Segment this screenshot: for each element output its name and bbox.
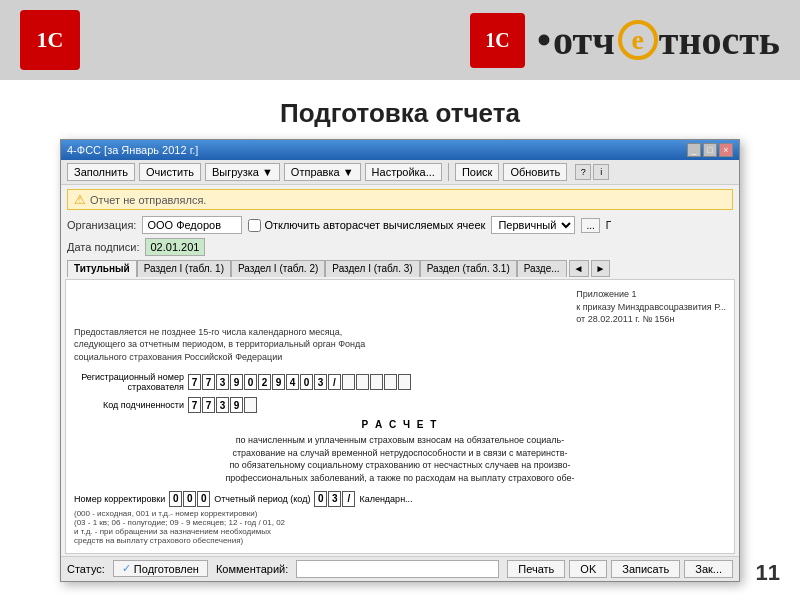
corr-cell-0: 0 bbox=[169, 491, 182, 507]
reg-cell-8: 0 bbox=[300, 374, 313, 390]
calc-text-1: по начисленным и уплаченным страховым вз… bbox=[74, 434, 726, 447]
search-button[interactable]: Поиск bbox=[455, 163, 499, 181]
fill-button[interactable]: Заполнить bbox=[67, 163, 135, 181]
reg-cell-3: 9 bbox=[230, 374, 243, 390]
tab-section1-1[interactable]: Раздел I (табл. 1) bbox=[137, 260, 231, 277]
checkbox-text: Отключить авторасчет вычисляемых ячеек bbox=[264, 219, 485, 231]
tab-section1-2[interactable]: Раздел I (табл. 2) bbox=[231, 260, 325, 277]
correction-cells: 0 0 0 bbox=[169, 491, 210, 507]
status-label: Статус: bbox=[67, 563, 105, 575]
reg-number-row: Регистрационный номер страхователя 7 7 3… bbox=[74, 372, 726, 394]
minimize-button[interactable]: _ bbox=[687, 143, 701, 157]
window-controls[interactable]: _ □ × bbox=[687, 143, 733, 157]
calendar-label: Календарн... bbox=[359, 494, 412, 504]
reg-cell-11 bbox=[342, 374, 355, 390]
action-buttons: Печать OK Записать Зак... bbox=[507, 560, 733, 578]
calc-text-4: профессиональных заболеваний, а также по… bbox=[74, 472, 726, 485]
checkbox-label: Отключить авторасчет вычисляемых ячеек bbox=[248, 219, 485, 232]
reg-number-label: Регистрационный номер страхователя bbox=[74, 372, 184, 394]
page-title-area: Подготовка отчета bbox=[0, 80, 800, 139]
reg-cell-1: 7 bbox=[202, 374, 215, 390]
reg-cell-4: 0 bbox=[244, 374, 257, 390]
toolbar-icons: ? i bbox=[575, 164, 609, 180]
logo-text: • отч е тность bbox=[537, 17, 780, 64]
reg-cell-13 bbox=[370, 374, 383, 390]
date-label: Дата подписи: bbox=[67, 241, 139, 253]
note-text2: (03 - 1 кв; 06 - полугодие; 09 - 9 месяц… bbox=[74, 518, 726, 545]
doc-intro: Предоставляется не позднее 15-го числа к… bbox=[74, 326, 374, 364]
date-input[interactable] bbox=[145, 238, 205, 256]
settings-button[interactable]: Настройка... bbox=[365, 163, 442, 181]
page-number: 11 bbox=[756, 560, 780, 586]
tab-bar: Титульный Раздел I (табл. 1) Раздел I (т… bbox=[61, 258, 739, 277]
send-button[interactable]: Отправка ▼ bbox=[284, 163, 361, 181]
status-value-button[interactable]: ✓ Подготовлен bbox=[113, 560, 208, 577]
subordination-label: Код подчиненности bbox=[74, 400, 184, 411]
ok-button[interactable]: OK bbox=[569, 560, 607, 578]
logo-e-circle: е bbox=[618, 20, 658, 60]
period-cell-2: / bbox=[342, 491, 355, 507]
logo-right-1c-icon: 1С bbox=[470, 13, 525, 68]
close-action-button[interactable]: Зак... bbox=[684, 560, 733, 578]
report-window: 4-ФСС [за Январь 2012 г.] _ □ × Заполнит… bbox=[60, 139, 740, 582]
header: 1С 1С • отч е тность bbox=[0, 0, 800, 80]
check-icon: ✓ bbox=[122, 562, 131, 575]
comment-input[interactable] bbox=[296, 560, 499, 578]
tab-section1-3[interactable]: Раздел I (табл. 3) bbox=[325, 260, 419, 277]
calc-header: Р А С Ч Е Т bbox=[74, 419, 726, 430]
close-button[interactable]: × bbox=[719, 143, 733, 157]
reg-cell-14 bbox=[384, 374, 397, 390]
status-value-text: Подготовлен bbox=[134, 563, 199, 575]
reg-cell-12 bbox=[356, 374, 369, 390]
sub-cell-4 bbox=[244, 397, 257, 413]
type-select[interactable]: Первичный bbox=[491, 216, 575, 234]
reg-number-cells: 7 7 3 9 0 2 9 4 0 3 / bbox=[188, 374, 411, 390]
subordination-cells: 7 7 3 9 bbox=[188, 397, 257, 413]
refresh-button[interactable]: Обновить bbox=[503, 163, 567, 181]
print-button[interactable]: Печать bbox=[507, 560, 565, 578]
window-titlebar: 4-ФСС [за Январь 2012 г.] _ □ × bbox=[61, 140, 739, 160]
report-status-bar: ⚠ Отчет не отправлялся. bbox=[67, 189, 733, 210]
corr-cell-1: 0 bbox=[183, 491, 196, 507]
calc-text: по начисленным и уплаченным страховым вз… bbox=[74, 434, 726, 484]
tab-next-button[interactable]: ► bbox=[591, 260, 611, 277]
autocalc-checkbox[interactable] bbox=[248, 219, 261, 232]
help-icon[interactable]: ? bbox=[575, 164, 591, 180]
org-row: Организация: Отключить авторасчет вычисл… bbox=[61, 214, 739, 236]
appendix-text: Приложение 1 к приказу Минздравсоцразвит… bbox=[576, 288, 726, 326]
bottom-form: Номер корректировки 0 0 0 Отчетный перио… bbox=[74, 491, 726, 507]
tab-prev-button[interactable]: ◄ bbox=[569, 260, 589, 277]
btn-label: Г bbox=[606, 220, 611, 231]
maximize-button[interactable]: □ bbox=[703, 143, 717, 157]
logo-right: 1С • отч е тность bbox=[470, 13, 780, 68]
note-text: (000 - исходная, 001 и т.д.- номер корре… bbox=[74, 509, 726, 518]
tab-section3-1[interactable]: Раздел (табл. 3.1) bbox=[420, 260, 517, 277]
sub-cell-2: 3 bbox=[216, 397, 229, 413]
period-cell-1: 3 bbox=[328, 491, 341, 507]
org-input[interactable] bbox=[142, 216, 242, 234]
reg-cell-6: 9 bbox=[272, 374, 285, 390]
org-label: Организация: bbox=[67, 219, 136, 231]
info-icon[interactable]: i bbox=[593, 164, 609, 180]
tab-title[interactable]: Титульный bbox=[67, 260, 137, 277]
save-button[interactable]: Записать bbox=[611, 560, 680, 578]
window-title: 4-ФСС [за Январь 2012 г.] bbox=[67, 144, 198, 156]
clear-button[interactable]: Очистить bbox=[139, 163, 201, 181]
select-button[interactable]: ... bbox=[581, 218, 599, 233]
correction-label: Номер корректировки bbox=[74, 494, 165, 504]
period-cells: 0 3 / bbox=[314, 491, 355, 507]
comment-label: Комментарий: bbox=[216, 563, 288, 575]
logo-left-icon: 1С bbox=[20, 10, 80, 70]
reg-cell-0: 7 bbox=[188, 374, 201, 390]
subordination-row: Код подчиненности 7 7 3 9 bbox=[74, 397, 726, 413]
export-button[interactable]: Выгрузка ▼ bbox=[205, 163, 280, 181]
tab-more[interactable]: Разде... bbox=[517, 260, 567, 277]
sub-cell-3: 9 bbox=[230, 397, 243, 413]
appendix-content: Приложение 1 к приказу Минздравсоцразвит… bbox=[576, 289, 726, 324]
reg-cell-7: 4 bbox=[286, 374, 299, 390]
sub-cell-0: 7 bbox=[188, 397, 201, 413]
reg-cell-9: 3 bbox=[314, 374, 327, 390]
warning-icon: ⚠ bbox=[74, 192, 86, 207]
reg-cell-15 bbox=[398, 374, 411, 390]
toolbar: Заполнить Очистить Выгрузка ▼ Отправка ▼… bbox=[61, 160, 739, 185]
